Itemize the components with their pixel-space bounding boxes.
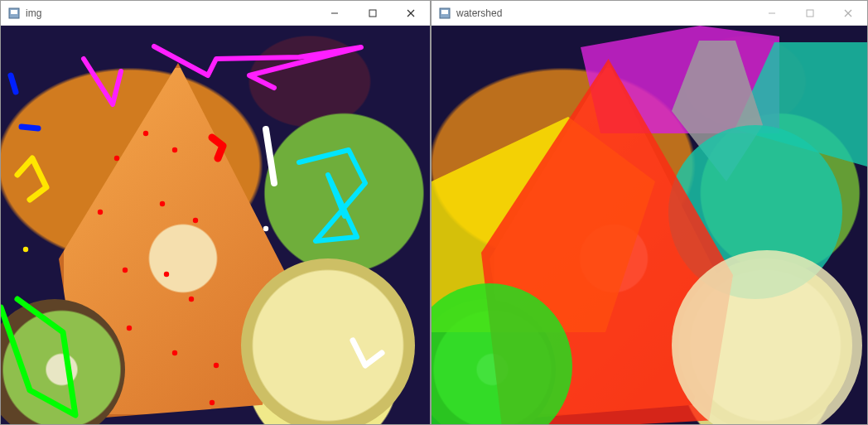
close-button[interactable]: [392, 1, 430, 26]
window-title: img: [26, 7, 41, 19]
window-title: watershed: [456, 7, 502, 19]
segment-lemon: [672, 250, 862, 424]
lemon: [241, 258, 415, 424]
maximize-button[interactable]: [791, 1, 829, 26]
minimize-button[interactable]: [753, 1, 791, 26]
app-icon: [7, 7, 21, 20]
app-icon: [438, 7, 451, 20]
window-img: img: [0, 0, 431, 425]
svg-rect-1: [11, 10, 17, 14]
window-watershed: watershed: [431, 0, 868, 425]
watershed-overlay: [432, 26, 867, 424]
svg-rect-7: [441, 10, 448, 14]
minimize-button[interactable]: [316, 1, 354, 26]
svg-rect-9: [807, 10, 813, 17]
image-canvas-watershed[interactable]: [432, 26, 867, 424]
image-canvas-img[interactable]: [1, 26, 430, 424]
close-button[interactable]: [829, 1, 867, 26]
titlebar-watershed[interactable]: watershed: [432, 1, 867, 26]
titlebar-img[interactable]: img: [1, 1, 430, 26]
maximize-button[interactable]: [354, 1, 392, 26]
svg-rect-3: [369, 10, 376, 17]
